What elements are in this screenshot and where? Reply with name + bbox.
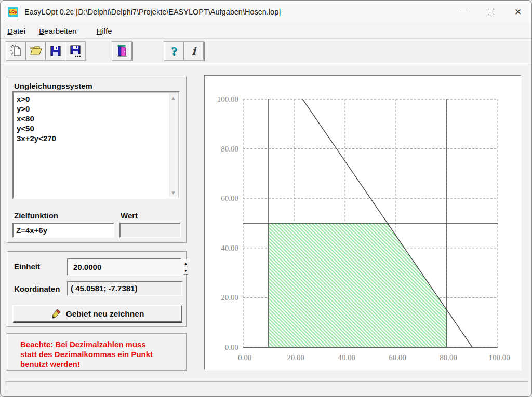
menu-item-bearbeiten[interactable]: Bearbeiten: [32, 24, 84, 37]
unit-input[interactable]: [68, 259, 183, 275]
wert-field: [119, 223, 181, 238]
y-tick-label: 60.00: [221, 194, 238, 202]
redraw-button-label: Gebiet neu zeichnen: [66, 309, 144, 319]
inequality-editor[interactable]: x>0y>0x<80y<503x+2y<270 ▲ ▼: [12, 91, 180, 199]
maximize-icon: [488, 9, 494, 15]
app-icon-text: LOp: [8, 9, 18, 15]
toolbar: ? i: [1, 39, 531, 64]
exit-button[interactable]: [112, 42, 132, 60]
spin-down-button[interactable]: ▼: [183, 267, 188, 275]
minimize-button[interactable]: [450, 1, 477, 23]
inequality-line: x>0: [17, 94, 166, 104]
x-tick-label: 0.00: [238, 353, 251, 362]
y-tick-label: 20.00: [221, 293, 238, 302]
controls-groupbox: Einheit ▲ ▼ Koordinaten ( 45.0581; -7.73…: [7, 251, 187, 327]
spin-up-button[interactable]: ▲: [183, 259, 188, 267]
about-button[interactable]: i: [184, 42, 204, 60]
editor-scrollbar[interactable]: ▲ ▼: [169, 93, 178, 197]
exit-door-icon: [115, 44, 129, 58]
close-icon: ✕: [514, 8, 522, 17]
close-button[interactable]: ✕: [504, 1, 531, 23]
objective-label: Zielfunktion: [14, 211, 58, 220]
spin-up-icon: ▲: [184, 262, 188, 265]
x-tick-label: 40.00: [338, 353, 355, 362]
save-as-button[interactable]: [65, 42, 85, 60]
y-tick-label: 40.00: [221, 244, 238, 252]
inequality-label: Ungleichungssystem: [14, 81, 92, 90]
x-tick-label: 80.00: [440, 353, 457, 362]
y-tick-label: 0.00: [225, 343, 238, 351]
wert-label: Wert: [121, 211, 138, 220]
window-controls: ✕: [450, 1, 531, 23]
inequality-groupbox: Ungleichungssystem x>0y>0x<80y<503x+2y<2…: [7, 76, 187, 243]
y-tick-label: 100.00: [217, 95, 238, 103]
open-file-button[interactable]: [26, 42, 46, 60]
status-bar: [5, 381, 528, 394]
menu-item-datei[interactable]: Datei: [1, 24, 32, 37]
coordinates-label: Koordinaten: [14, 284, 60, 293]
window-title: EasyLOpt 0.2c [D:\Delphi\Delphi7\Projekt…: [24, 8, 281, 16]
open-folder-icon: [29, 44, 43, 58]
scroll-up-icon[interactable]: ▲: [171, 93, 176, 102]
redraw-button[interactable]: Gebiet neu zeichnen: [12, 305, 182, 322]
unit-spinner: ▲ ▼: [67, 258, 181, 276]
y-tick-label: 80.00: [221, 145, 238, 153]
inequality-line: 3x+2y<270: [17, 133, 166, 143]
save-as-icon: [69, 44, 82, 58]
save-button[interactable]: [46, 42, 65, 60]
pencil-icon: [50, 308, 61, 319]
feasible-region-chart: 0.0020.0040.0060.0080.00100.000.0020.004…: [205, 76, 521, 369]
inequality-line: x<80: [17, 114, 166, 124]
text-cursor: [26, 95, 26, 103]
save-icon: [49, 44, 62, 58]
app-window: LOp EasyLOpt 0.2c [D:\Delphi\Delphi7\Pro…: [0, 0, 532, 397]
help-icon: ?: [171, 44, 177, 58]
x-tick-label: 60.00: [389, 353, 406, 362]
menu-item-hilfe[interactable]: Hilfe: [90, 24, 119, 37]
help-button[interactable]: ?: [164, 42, 184, 60]
warning-box: Beachte: Bei Dezimalzahlen mussstatt des…: [7, 333, 187, 371]
inequality-line: y<50: [17, 124, 166, 133]
inequality-list: x>0y>0x<80y<503x+2y<270: [17, 94, 166, 143]
unit-label: Einheit: [14, 262, 40, 271]
x-tick-label: 20.00: [287, 353, 304, 362]
chart-panel[interactable]: 0.0020.0040.0060.0080.00100.000.0020.004…: [204, 75, 522, 371]
scroll-down-icon[interactable]: ▼: [171, 188, 176, 197]
app-icon: LOp: [8, 7, 18, 17]
minimize-icon: [461, 12, 468, 12]
coordinates-field: ( 45.0581; -7.7381): [67, 281, 182, 296]
maximize-button[interactable]: [477, 1, 504, 23]
new-file-icon: [9, 44, 23, 58]
inequality-line: y>0: [17, 104, 166, 114]
x-tick-label: 100.00: [488, 353, 510, 362]
warning-text: Beachte: Bei Dezimalzahlen mussstatt des…: [20, 339, 153, 369]
feasible-region: [269, 223, 447, 347]
new-file-button[interactable]: [6, 42, 26, 60]
menu-bar: Datei Bearbeiten Hilfe: [1, 23, 531, 39]
info-icon: i: [192, 45, 196, 58]
objective-input[interactable]: [12, 223, 114, 238]
title-bar: LOp EasyLOpt 0.2c [D:\Delphi\Delphi7\Pro…: [1, 1, 531, 23]
spin-down-icon: ▼: [184, 269, 188, 272]
